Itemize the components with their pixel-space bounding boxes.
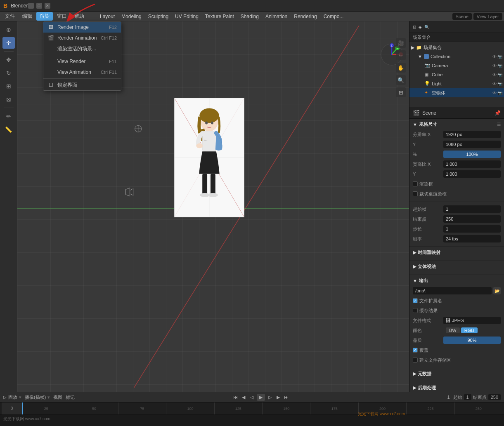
play-end-btn[interactable]: ⏭ — [282, 394, 290, 400]
rotate-tool-btn[interactable]: ↻ — [2, 67, 15, 79]
next-frame-btn[interactable]: ▶ — [275, 394, 282, 401]
light-vis-icon[interactable]: 👁 — [492, 82, 497, 86]
menu-edit[interactable]: 编辑 — [19, 12, 35, 21]
bb-interpolation[interactable]: 播像(插帧) ▾ — [25, 394, 50, 400]
cube-vis-icon[interactable]: 👁 — [492, 73, 497, 77]
bb-view[interactable]: 视图 — [53, 394, 62, 400]
menu-help[interactable]: 帮助 — [71, 12, 88, 21]
outliner-collection[interactable]: ▼ Collection 👁 📷 — [409, 52, 504, 61]
output-path-browse[interactable]: 📂 — [493, 287, 501, 294]
play-start-btn[interactable]: ⏮ — [232, 394, 239, 400]
file-ext-checkbox[interactable]: ✓ — [413, 298, 418, 303]
end-frame-input[interactable]: 250 — [488, 394, 501, 400]
step-value[interactable]: 1 — [443, 225, 501, 233]
vp-icon-grid[interactable]: ⊞ — [396, 87, 406, 97]
crop-checkbox[interactable] — [413, 191, 418, 196]
play-btn[interactable]: ▶ — [257, 394, 265, 401]
post-collapse-icon[interactable]: ▶ — [413, 385, 416, 391]
color-rgb-btn[interactable]: RGB — [461, 327, 478, 333]
render-active-scene-item[interactable]: 渲染激活的场景... — [43, 43, 121, 54]
quality-value[interactable]: 90% — [443, 337, 501, 344]
tab-sculpting[interactable]: Sculpting — [145, 13, 172, 20]
empty-render-icon[interactable]: 📷 — [497, 91, 502, 95]
start-frame-input[interactable]: 1 — [464, 394, 471, 400]
tab-uv-editing[interactable]: UV Editing — [172, 13, 202, 20]
tab-layout[interactable]: Layout — [97, 13, 118, 20]
next-keyframe-btn[interactable]: ▷ — [266, 394, 274, 401]
tab-shading[interactable]: Shading — [237, 13, 262, 20]
cache-checkbox[interactable] — [413, 308, 418, 313]
res-x-value[interactable]: 1920 px — [443, 131, 501, 138]
scene-selector[interactable]: Scene — [452, 13, 472, 20]
vp-icon-camera[interactable]: 🎥 — [396, 38, 406, 48]
camera-render-icon[interactable]: 📷 — [497, 64, 502, 68]
time-remap-collapse-icon[interactable]: ▶ — [413, 250, 416, 255]
minimize-button[interactable]: ─ — [28, 3, 34, 9]
outliner-light[interactable]: 💡 Light 👁 📷 — [409, 79, 504, 88]
tab-rendering[interactable]: Rendering — [291, 13, 320, 20]
measure-tool-btn[interactable]: 📏 — [2, 124, 15, 135]
overwrite-checkbox[interactable]: ✓ — [413, 348, 418, 353]
menu-render[interactable]: 渲染 — [36, 12, 53, 21]
empty-vis-icon[interactable]: 👁 — [492, 91, 497, 95]
close-button[interactable]: ✕ — [45, 3, 50, 9]
view-render-item[interactable]: View Render F11 — [43, 56, 121, 67]
vp-icon-hand[interactable]: ✋ — [396, 63, 406, 73]
annotate-tool-btn[interactable]: ✏ — [2, 111, 15, 122]
collection-vis-icon[interactable]: 👁 — [492, 54, 497, 59]
metadata-collapse-icon[interactable]: ▶ — [413, 371, 416, 377]
outliner-cube[interactable]: ▣ Cube 👁 📷 — [409, 70, 504, 79]
bb-playback-label[interactable]: 固放 — [8, 394, 17, 400]
vp-icon-arrow[interactable]: ↔ — [396, 50, 406, 60]
tab-modeling[interactable]: Modeling — [118, 13, 145, 20]
render-dropdown-menu[interactable]: 🖼 Render Image F12 🎬 Render Animation Ct… — [43, 21, 121, 91]
render-size-options-icon[interactable]: ☰ — [497, 122, 501, 127]
aspect-x-value[interactable]: 1.000 — [443, 160, 501, 168]
prev-frame-btn[interactable]: ◀ — [240, 394, 247, 401]
output-collapse-icon[interactable]: ▼ — [413, 278, 417, 283]
end-frame-value[interactable]: 250 — [443, 215, 501, 223]
color-bw-btn[interactable]: BW — [446, 327, 460, 333]
res-y-value[interactable]: 1080 px — [443, 141, 501, 148]
fps-value[interactable]: 24 fps — [443, 235, 501, 242]
prev-keyframe-btn[interactable]: ◁ — [248, 394, 256, 401]
vp-icon-zoom[interactable]: 🔍 — [396, 75, 406, 85]
menu-file[interactable]: 文件 — [2, 12, 18, 21]
light-render-icon[interactable]: 📷 — [497, 82, 502, 86]
percent-value[interactable]: 100% — [443, 151, 501, 158]
lock-interface-item[interactable]: ☐ 锁定界面 — [43, 80, 121, 90]
timeline[interactable]: 0 25 50 75 100 125 150 175 200 225 250 — [0, 402, 504, 414]
outliner-camera[interactable]: 📷 Camera 👁 📷 — [409, 61, 504, 70]
placeholders-checkbox[interactable] — [413, 358, 418, 362]
move-tool-btn[interactable]: ✥ — [2, 54, 15, 66]
current-frame-display[interactable]: 1 — [447, 395, 450, 400]
tab-compositing[interactable]: Compo... — [320, 13, 347, 20]
tab-animation[interactable]: Animation — [262, 13, 291, 20]
camera-vis-icon[interactable]: 👁 — [492, 64, 497, 68]
scale-tool-btn[interactable]: ⊞ — [2, 80, 15, 92]
format-value[interactable]: 🖼 JPEG — [443, 317, 501, 324]
render-image-item[interactable]: 🖼 Render Image F12 — [43, 22, 121, 33]
menu-window[interactable]: 窗口 — [54, 12, 70, 21]
view-layer-selector[interactable]: View Layer — [473, 13, 502, 20]
properties-pin[interactable]: 📌 — [495, 110, 501, 116]
outliner-scene-collection[interactable]: ▶ 📁 场景集合 — [409, 43, 504, 52]
timeline-cursor[interactable] — [22, 402, 23, 414]
render-animation-item[interactable]: 🎬 Render Animation Ctrl F12 — [43, 33, 121, 43]
cube-render-icon[interactable]: 📷 — [497, 73, 502, 77]
outliner-empty[interactable]: ✦ 空物体 👁 📷 — [409, 88, 504, 97]
select-tool-btn[interactable]: ⊕ — [2, 24, 15, 35]
tab-texture-paint[interactable]: Texture Paint — [202, 13, 237, 20]
aspect-y-value[interactable]: 1.000 — [443, 170, 501, 178]
stereo-collapse-icon[interactable]: ▶ — [413, 264, 416, 269]
transform-tool-btn[interactable]: ⊠ — [2, 94, 15, 105]
output-path-value[interactable]: /tmp\ — [413, 287, 492, 294]
view-animation-item[interactable]: View Animation Ctrl F11 — [43, 67, 121, 78]
collection-render-icon[interactable]: 📷 — [497, 54, 502, 59]
outliner-search[interactable]: 🔍 — [424, 25, 501, 29]
cursor-tool-btn[interactable]: ✛ — [2, 37, 15, 49]
render-size-collapse-icon[interactable]: ▼ — [413, 122, 417, 127]
timeline-track[interactable]: 25 50 75 100 125 150 175 200 225 250 — [22, 402, 502, 414]
bb-playback-icon[interactable]: ▷ — [3, 395, 7, 400]
border-checkbox[interactable] — [413, 181, 418, 186]
